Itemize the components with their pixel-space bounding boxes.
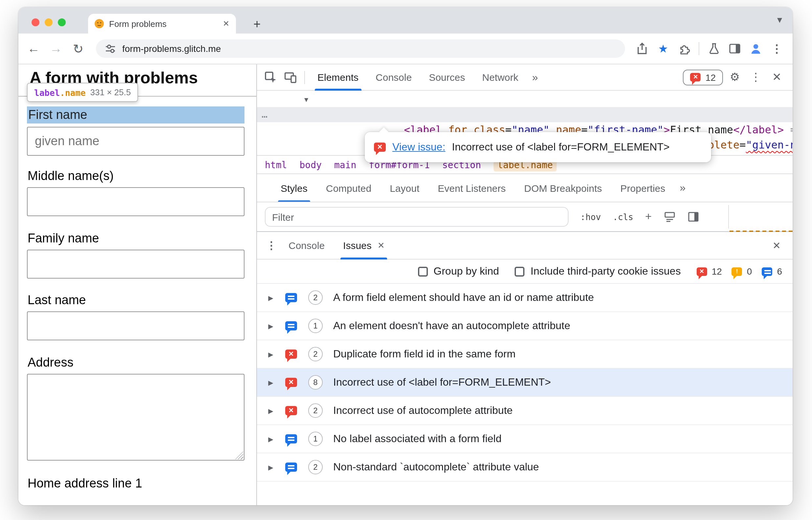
browser-menu-button[interactable]: ⋮ [768,40,786,58]
family-name-input[interactable] [27,250,245,279]
bookmark-star-icon[interactable]: ★ [654,40,673,58]
share-button[interactable] [633,40,651,58]
dashed-separator [730,231,793,232]
device-toolbar-button[interactable] [281,67,300,87]
rendering-emulation-icon[interactable] [663,211,675,223]
devtools-settings-button[interactable]: ⚙ [726,68,744,86]
tab-network[interactable]: Network [474,64,527,90]
issue-row-selected[interactable]: ▶ ✕ 8 Incorrect use of <label for=FORM_E… [257,369,793,397]
error-bubble-icon: ✕ [285,378,297,387]
third-party-checkbox[interactable] [515,266,525,276]
device-toolbar-icon [284,71,297,84]
issue-row[interactable]: ▶ 1 No label associated with a form fiel… [257,425,793,453]
sidebar-icon [728,42,741,55]
issue-row[interactable]: ▶ ✕ 2 Duplicate form field id in the sam… [257,340,793,369]
address-bar[interactable]: form-problems.glitch.me [96,40,625,58]
zoom-window-button[interactable] [58,18,66,26]
drawer-menu-button[interactable]: ⋮ [263,239,279,252]
tab-computed[interactable]: Computed [317,174,381,202]
expand-arrow-icon[interactable]: ▶ [265,350,277,358]
issues-tab-close-icon[interactable]: ✕ [378,232,385,259]
issue-row[interactable]: ▶ 2 A form field element should have an … [257,284,793,312]
minimize-window-button[interactable] [45,18,53,26]
issue-row[interactable]: ▶ 1 An element doesn't have an autocompl… [257,312,793,340]
tab-strip: Form problems ✕ + ▾ [18,7,793,33]
issue-text: Duplicate form field id in the same form [333,348,515,360]
browser-tab[interactable]: Form problems ✕ [88,14,236,33]
labs-button[interactable] [705,40,723,58]
pseudo-state-toggle[interactable]: :hov [580,212,601,222]
issue-text: A form field element should have an id o… [333,292,594,304]
tab-dom-breakpoints[interactable]: DOM Breakpoints [515,174,611,202]
breadcrumb-html[interactable]: html [265,159,287,170]
sidebar-toggle-button[interactable] [726,40,744,58]
more-panels-button[interactable]: » [527,71,543,83]
issue-row[interactable]: ▶ 2 Non-standard `autocomplete` attribut… [257,453,793,482]
given-name-input[interactable] [27,127,245,156]
group-by-kind-checkbox[interactable] [418,266,428,276]
more-style-tabs-button[interactable]: » [675,182,691,194]
view-issue-link[interactable]: View issue: [392,141,445,153]
error-bubble-icon: ✕ [690,73,701,81]
tab-search-chevron-icon[interactable]: ▾ [777,14,782,26]
devtools-close-button[interactable]: ✕ [768,68,786,86]
tab-sources[interactable]: Sources [420,64,474,90]
code-line-label-selected[interactable]: …<label for class="name" name="first-nam… [257,107,793,122]
collapse-arrow-icon[interactable]: ▼ [304,92,308,107]
expand-arrow-icon[interactable]: ▶ [265,407,277,414]
close-window-button[interactable] [31,18,40,26]
tab-layout[interactable]: Layout [381,174,429,202]
error-bubble-icon: ✕ [374,142,386,152]
breadcrumb-main[interactable]: main [334,159,356,170]
info-bubble-icon [285,293,297,302]
address-label: Address [28,356,73,370]
site-settings-icon[interactable] [104,42,117,55]
issue-row[interactable]: ▶ ✕ 2 Incorrect use of autocomplete attr… [257,397,793,425]
address-textarea[interactable] [27,374,245,461]
profile-avatar[interactable] [746,40,765,58]
node-menu-dots-icon[interactable]: … [261,107,268,122]
info-count-badge: 6 [762,266,782,277]
breadcrumb-body[interactable]: body [299,159,321,170]
expand-arrow-icon[interactable]: ▶ [265,379,277,386]
issue-count-badge: 8 [308,375,323,390]
devtools-drawer: ⋮ Console Issues ✕ ✕ Group by kind [257,231,793,505]
tab-properties[interactable]: Properties [611,174,675,202]
tab-console[interactable]: Console [367,64,420,90]
reload-button[interactable]: ↻ [68,39,88,58]
browser-toolbar: ← → ↻ form-problems.glitch.me ★ [18,33,793,64]
middle-name-input[interactable] [27,187,245,216]
styles-filter-input[interactable]: Filter [265,207,568,227]
expand-arrow-icon[interactable]: ▶ [265,464,277,471]
expand-arrow-icon[interactable]: ▶ [265,294,277,301]
computed-sidebar-toggle-icon[interactable] [687,211,699,223]
expand-arrow-icon[interactable]: ▶ [265,435,277,442]
warning-count: 0 [747,266,752,277]
drawer-tab-console[interactable]: Console [279,232,334,259]
class-toggle[interactable]: .cls [613,212,634,222]
forward-button[interactable]: → [46,39,66,58]
last-name-input[interactable] [27,311,245,340]
tab-close-icon[interactable]: ✕ [223,19,229,28]
issues-count-button[interactable]: ✕ 12 [683,69,723,85]
highlighted-first-name-label: First name [27,106,245,124]
new-tab-button[interactable]: + [249,16,265,33]
tab-elements[interactable]: Elements [309,64,367,90]
code-line-section[interactable]: ▼<section> [257,92,793,107]
third-party-option[interactable]: Include third-party cookie issues [515,265,681,277]
inspect-overlay-tooltip: label.name 331 × 25.5 [27,83,138,102]
info-bubble-icon [285,434,297,443]
drawer-close-button[interactable]: ✕ [767,239,786,251]
group-by-kind-option[interactable]: Group by kind [418,265,499,277]
web-page: A form with problems label.name 331 × 25… [18,64,256,505]
drawer-tab-issues[interactable]: Issues ✕ [334,232,394,259]
tab-styles[interactable]: Styles [272,174,317,202]
extensions-button[interactable] [675,40,693,58]
window-content: A form with problems label.name 331 × 25… [18,64,793,505]
tab-event-listeners[interactable]: Event Listeners [429,174,515,202]
new-style-rule-button[interactable]: + [645,210,652,224]
back-button[interactable]: ← [24,39,43,58]
inspect-element-button[interactable] [261,67,281,87]
devtools-menu-button[interactable]: ⋮ [746,68,765,86]
expand-arrow-icon[interactable]: ▶ [265,322,277,330]
